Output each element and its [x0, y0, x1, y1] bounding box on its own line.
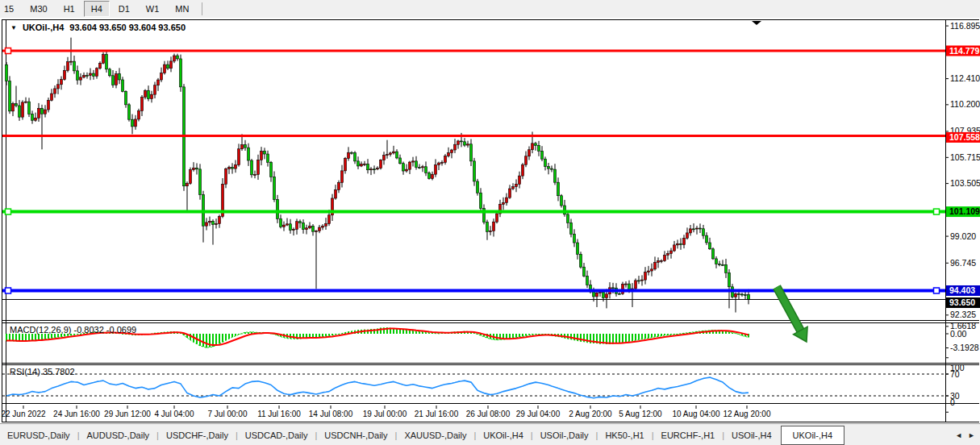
- candle: [9, 81, 11, 111]
- candle: [451, 150, 453, 153]
- candle: [328, 215, 331, 224]
- candle: [657, 260, 660, 262]
- macd-histogram-bar: [728, 332, 730, 334]
- level-anchor-handle[interactable]: [934, 288, 940, 293]
- symbol-tab-ukoil-h4-active[interactable]: UKOil-,H4: [781, 426, 845, 445]
- time-label: 26 Jul 08:00: [466, 410, 511, 418]
- candle: [109, 69, 111, 76]
- candle: [467, 144, 469, 145]
- candle: [667, 254, 669, 256]
- candle: [480, 193, 482, 208]
- candle: [412, 161, 415, 162]
- candle: [373, 169, 376, 170]
- level-anchor-handle[interactable]: [934, 209, 940, 214]
- candle: [364, 164, 366, 164]
- level-anchor-handle[interactable]: [6, 209, 11, 214]
- price-tick-label: 92.325: [950, 310, 976, 319]
- candle: [651, 269, 653, 271]
- candle: [644, 272, 647, 280]
- candle: [54, 89, 56, 94]
- macd-indicator-label: MACD(12,26,9) -0.8032 -0.0699: [10, 325, 136, 335]
- price-tick-label: 96.745: [950, 258, 976, 268]
- candle: [151, 94, 153, 98]
- timeframe-button-mn[interactable]: MN: [168, 1, 196, 17]
- candle: [709, 243, 711, 249]
- macd-histogram-bar: [231, 334, 233, 337]
- candle: [561, 196, 563, 206]
- symbol-tab-usdchf-daily[interactable]: USDCHF-,Daily: [159, 426, 236, 444]
- symbol-tab-ukoil-h4[interactable]: UKOil-,H4: [476, 426, 531, 444]
- timeframe-button-h4[interactable]: H4: [84, 1, 110, 17]
- symbol-tab-bar: EURUSD-,Daily|AUDUSD-,Daily|USDCHF-,Dail…: [0, 423, 980, 445]
- chart-dropdown-icon[interactable]: ▼: [10, 24, 17, 31]
- candle: [477, 181, 479, 193]
- candle: [415, 161, 418, 168]
- tab-scroll-right-icon[interactable]: ►: [968, 431, 975, 439]
- timeframe-button-d1[interactable]: D1: [111, 1, 137, 17]
- chart-canvas[interactable]: 116.895112.410110.200107.935105.715103.5…: [0, 18, 980, 423]
- level-anchor-handle[interactable]: [6, 48, 11, 54]
- candle: [131, 119, 134, 127]
- symbol-tab-usdcad-daily[interactable]: USDCAD-,Daily: [238, 426, 315, 444]
- candle: [515, 184, 518, 186]
- macd-histogram-bar: [28, 334, 30, 341]
- time-label: 2 Aug 20:00: [569, 410, 612, 418]
- candle: [273, 177, 276, 199]
- tab-scroll-controls: ◄►: [955, 431, 975, 439]
- price-tick-label: 105.715: [950, 152, 980, 162]
- symbol-tab-usoil-h4[interactable]: USOil-,H4: [724, 426, 779, 444]
- level-anchor-handle[interactable]: [6, 288, 11, 293]
- tab-scroll-left-icon[interactable]: ◄: [955, 431, 962, 439]
- candle: [696, 228, 699, 229]
- candle: [399, 158, 402, 164]
- candle: [309, 226, 311, 227]
- symbol-tab-xauusd-daily[interactable]: XAUUSD-,Daily: [397, 426, 473, 444]
- candle: [244, 145, 247, 148]
- candle: [28, 102, 31, 114]
- candle: [148, 90, 150, 98]
- timeframe-button-h1[interactable]: H1: [56, 1, 82, 17]
- candle: [196, 168, 198, 169]
- symbol-tab-usoil-daily[interactable]: USOil-,Daily: [533, 426, 596, 444]
- rsi-tick-label: 0: [950, 397, 955, 407]
- candle: [112, 76, 115, 85]
- time-label: 5 Aug 12:00: [619, 410, 662, 418]
- macd-histogram-bar: [399, 329, 401, 334]
- trend-arrow-shaft[interactable]: [777, 287, 800, 331]
- candle: [573, 234, 576, 243]
- candle: [48, 100, 50, 110]
- candle: [77, 71, 79, 80]
- macd-histogram-bar: [31, 334, 33, 340]
- candle: [541, 151, 544, 159]
- current-price-chip-text: 93.650: [949, 297, 975, 307]
- macd-histogram-bar: [235, 334, 236, 336]
- timeframe-button-15[interactable]: 15: [1, 1, 21, 17]
- macd-histogram-bar: [412, 331, 414, 334]
- trading-platform-window: 15M30H1H4D1W1MN 116.895112.410110.200107…: [0, 0, 980, 445]
- candle: [380, 160, 382, 168]
- time-label: 7 Jul 00:00: [208, 410, 248, 418]
- symbol-tab-usdcnh-daily[interactable]: USDCNH-,Daily: [317, 426, 394, 444]
- candle: [351, 152, 353, 153]
- macd-histogram-bar: [612, 334, 614, 343]
- candle: [19, 106, 21, 117]
- macd-tick-label: -3.1928: [950, 343, 979, 352]
- macd-histogram-bar: [309, 334, 311, 338]
- symbol-tab-hk50-h1[interactable]: HK50-,H1: [598, 426, 651, 444]
- candle: [335, 189, 337, 198]
- symbol-tab-eurusd-daily[interactable]: EURUSD-,Daily: [0, 426, 77, 444]
- timeframe-toolbar: 15M30H1H4D1W1MN: [0, 0, 980, 18]
- candle: [377, 168, 379, 169]
- macd-histogram-bar: [641, 334, 643, 339]
- candle: [138, 110, 140, 119]
- candle: [557, 182, 560, 196]
- timeframe-button-m30[interactable]: M30: [23, 1, 54, 17]
- candle: [190, 170, 192, 184]
- candle: [441, 163, 444, 164]
- symbol-tab-eurchf-h1[interactable]: EURCHF-,H1: [654, 426, 723, 444]
- candle: [370, 169, 373, 170]
- macd-histogram-bar: [651, 334, 653, 338]
- candle: [177, 56, 179, 59]
- timeframe-button-w1[interactable]: W1: [139, 1, 167, 17]
- symbol-tab-audusd-daily[interactable]: AUDUSD-,Daily: [79, 426, 156, 444]
